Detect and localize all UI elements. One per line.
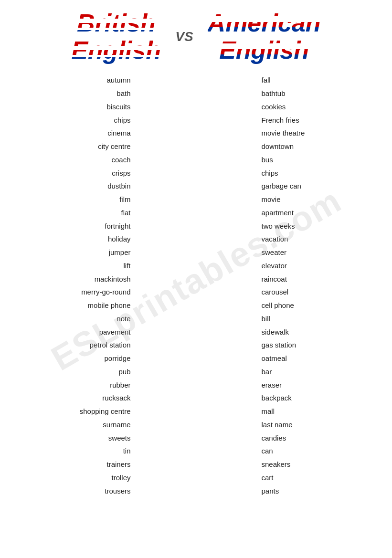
american-word-24: backpack (262, 391, 292, 405)
american-title-line2: English (208, 37, 321, 64)
american-word-21: oatmeal (262, 352, 287, 365)
american-word-15: raincoat (262, 273, 287, 286)
american-word-5: downtown (262, 140, 294, 153)
american-word-16: carousel (262, 285, 289, 299)
american-word-20: gas station (262, 338, 297, 352)
american-word-1: bathtub (262, 87, 286, 100)
vs-label: VS (175, 29, 193, 44)
american-word-2: cookies (262, 100, 286, 114)
american-word-17: cell phone (262, 299, 294, 312)
british-word-27: sweets (108, 432, 131, 445)
british-word-21: porridge (104, 352, 130, 365)
british-word-20: petrol station (90, 338, 131, 352)
british-word-4: cinema (107, 126, 130, 140)
british-word-23: rubber (110, 379, 130, 392)
british-word-24: rucksack (102, 391, 130, 405)
header: British English VS American English (0, 0, 392, 69)
american-word-8: garbage can (262, 179, 301, 193)
american-word-10: apartment (262, 206, 294, 220)
american-word-22: bar (262, 365, 272, 379)
british-word-3: chips (114, 114, 130, 127)
british-word-22: pub (118, 365, 130, 379)
british-word-16: merry-go-round (81, 285, 130, 299)
american-word-9: movie (262, 193, 281, 206)
british-word-5: city centre (98, 140, 130, 153)
american-word-3: French fries (262, 114, 299, 127)
american-word-4: movie theatre (262, 126, 305, 140)
british-word-6: coach (111, 153, 130, 167)
british-word-25: shopping centre (80, 405, 131, 418)
british-title-line2: English (71, 37, 161, 64)
british-word-31: trousers (105, 484, 130, 498)
american-word-29: sneakers (262, 458, 291, 471)
british-word-7: crisps (112, 167, 130, 180)
american-word-14: elevator (262, 259, 287, 273)
british-word-17: mobile phone (87, 299, 130, 312)
british-word-12: holiday (108, 232, 131, 246)
british-word-13: jumper (109, 246, 131, 259)
american-word-12: vacation (262, 232, 288, 246)
british-word-14: lift (124, 259, 131, 273)
american-column: fallbathtubcookiesFrench friesmovie thea… (262, 74, 357, 497)
american-word-28: can (262, 444, 273, 458)
american-word-25: mall (262, 405, 275, 418)
british-word-8: dustbin (107, 179, 130, 193)
british-word-2: biscuits (106, 100, 130, 114)
british-word-26: surname (103, 418, 130, 432)
american-word-6: bus (262, 153, 273, 167)
american-word-27: candies (262, 432, 286, 445)
british-word-9: film (119, 193, 130, 206)
american-word-30: cart (262, 471, 274, 484)
american-word-13: sweater (262, 246, 287, 259)
british-word-29: trainers (106, 458, 130, 471)
american-word-26: last name (262, 418, 293, 432)
british-word-19: pavement (99, 326, 131, 339)
american-word-31: pants (262, 484, 279, 498)
british-title-block: British English (71, 10, 161, 64)
american-word-18: bill (262, 312, 270, 326)
american-word-23: eraser (262, 379, 282, 392)
british-title-line1: British (71, 10, 161, 37)
american-word-0: fall (262, 74, 271, 87)
british-word-11: fortnight (105, 220, 130, 233)
british-word-28: tin (123, 444, 131, 458)
british-word-0: autumn (106, 74, 130, 87)
american-word-11: two weeks (262, 220, 295, 233)
british-word-15: mackintosh (95, 273, 131, 286)
american-title-block: American English (208, 10, 321, 64)
british-column: autumnbathbiscuitschipscinemacity centre… (35, 74, 131, 497)
american-word-19: sidewalk (262, 326, 289, 339)
british-word-18: note (117, 312, 130, 326)
british-word-1: bath (117, 87, 130, 100)
british-word-30: trolley (111, 471, 130, 484)
word-list-content: autumnbathbiscuitschipscinemacity centre… (0, 69, 392, 502)
american-title-line1: American (208, 10, 321, 37)
british-word-10: flat (121, 206, 130, 220)
american-word-7: chips (262, 167, 278, 180)
